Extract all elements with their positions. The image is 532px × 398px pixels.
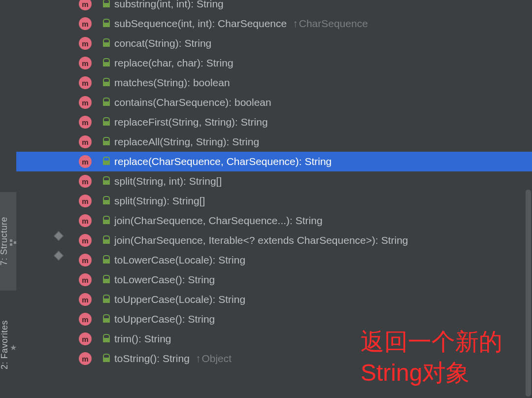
public-lock-icon	[102, 315, 110, 323]
method-signature: toLowerCase(): String	[114, 274, 215, 286]
method-row[interactable]: msplit(String): String[]	[16, 191, 532, 211]
method-row[interactable]: mtoUpperCase(Locale): String	[16, 290, 532, 309]
public-lock-icon	[102, 59, 110, 67]
public-lock-icon	[102, 335, 110, 343]
method-signature: substring(int, int): String	[114, 0, 224, 10]
method-row[interactable]: mreplaceFirst(String, String): String	[16, 112, 532, 132]
modifier-slot	[96, 273, 99, 286]
modifier-slot	[96, 332, 99, 345]
method-icon: m	[79, 254, 92, 266]
method-row[interactable]: mtoLowerCase(): String	[16, 270, 532, 290]
method-icon: m	[79, 313, 92, 326]
method-row[interactable]: msplit(String, int): String[]	[16, 171, 532, 191]
public-lock-icon	[102, 99, 110, 106]
public-lock-icon	[102, 236, 110, 244]
svg-rect-0	[10, 239, 12, 242]
annotation-line: String对象	[361, 358, 502, 388]
method-row[interactable]: mtoLowerCase(Locale): String	[16, 250, 532, 270]
method-icon: m	[79, 352, 92, 365]
method-signature: join(CharSequence, CharSequence...): Str…	[114, 215, 323, 227]
method-icon: m	[79, 332, 92, 345]
public-lock-icon	[102, 158, 110, 166]
public-lock-icon	[102, 197, 110, 205]
method-icon: m	[79, 96, 92, 109]
modifier-slot	[96, 76, 99, 89]
modifier-slot	[96, 293, 99, 306]
method-signature: join(CharSequence, Iterable<? extends Ch…	[114, 234, 408, 246]
modifier-slot	[96, 17, 99, 30]
modifier-slot	[96, 57, 99, 69]
modifier-slot	[96, 175, 99, 188]
annotation-line: 返回一个新的	[361, 327, 502, 357]
method-row[interactable]: mmatches(String): boolean	[16, 73, 532, 93]
modifier-slot	[96, 254, 99, 266]
app-root: 7: Structure 2: Favorites ★ msubstring(i…	[0, 0, 532, 398]
method-row[interactable]: mcontains(CharSequence): boolean	[16, 93, 532, 112]
modifier-slot	[96, 214, 99, 227]
method-row[interactable]: msubSequence(int, int): CharSequenceChar…	[16, 14, 532, 33]
public-lock-icon	[102, 355, 110, 363]
public-lock-icon	[102, 177, 110, 185]
public-lock-icon	[102, 118, 110, 126]
method-icon: m	[79, 17, 92, 30]
favorites-tool-button[interactable]: 2: Favorites ★	[0, 296, 16, 394]
modifier-slot	[96, 135, 99, 148]
scrollbar-thumb[interactable]	[526, 190, 531, 397]
method-row[interactable]: mreplace(char, char): String	[16, 53, 532, 73]
method-icon: m	[79, 76, 92, 89]
method-row[interactable]: mjoin(CharSequence, Iterable<? extends C…	[16, 231, 532, 250]
modifier-slot	[96, 37, 99, 50]
method-icon: m	[79, 155, 92, 168]
modifier-slot	[96, 96, 99, 109]
modifier-slot	[96, 116, 99, 129]
method-icon: m	[79, 0, 92, 10]
method-row[interactable]: msubstring(int, int): String	[16, 0, 532, 14]
inherited-from: CharSequence	[293, 18, 368, 30]
public-lock-icon	[102, 256, 110, 264]
modifier-slot	[96, 313, 99, 326]
public-lock-icon	[102, 79, 110, 87]
tool-window-strip: 7: Structure 2: Favorites ★	[0, 0, 16, 398]
public-lock-icon	[102, 276, 110, 284]
method-row[interactable]: mreplaceAll(String, String): String	[16, 132, 532, 152]
method-signature: toString(): String	[114, 353, 190, 365]
method-signature: trim(): String	[114, 333, 171, 345]
modifier-slot	[96, 352, 99, 365]
method-signature: toLowerCase(Locale): String	[114, 254, 245, 266]
method-icon: m	[79, 273, 92, 286]
method-list[interactable]: msubstring(int, int): StringmsubSequence…	[16, 0, 532, 368]
method-signature: toUpperCase(): String	[114, 313, 215, 325]
method-row[interactable]: mreplace(CharSequence, CharSequence): St…	[16, 152, 532, 171]
public-lock-icon	[102, 296, 110, 303]
structure-tool-button[interactable]: 7: Structure	[0, 192, 16, 291]
public-lock-icon	[102, 217, 110, 225]
public-lock-icon	[102, 39, 110, 47]
method-icon: m	[79, 293, 92, 306]
method-icon: m	[79, 175, 92, 188]
modifier-slot	[96, 155, 99, 168]
structure-label: 7: Structure	[0, 217, 9, 265]
public-lock-icon	[102, 138, 110, 146]
method-row[interactable]: mtoUpperCase(): String	[16, 309, 532, 329]
method-signature: replace(CharSequence, CharSequence): Str…	[114, 156, 332, 167]
inherited-from: Object	[196, 353, 232, 365]
method-row[interactable]: mconcat(String): String	[16, 33, 532, 53]
modifier-slot	[96, 195, 99, 207]
method-icon: m	[79, 195, 92, 207]
method-signature: replaceFirst(String, String): String	[114, 116, 268, 128]
method-signature: concat(String): String	[114, 37, 211, 49]
method-signature: matches(String): boolean	[114, 77, 230, 89]
method-icon: m	[79, 57, 92, 69]
method-icon: m	[79, 116, 92, 129]
svg-rect-1	[10, 243, 12, 246]
method-icon: m	[79, 37, 92, 50]
method-signature: subSequence(int, int): CharSequence	[114, 18, 287, 30]
method-signature: split(String, int): String[]	[114, 175, 222, 187]
method-signature: replaceAll(String, String): String	[114, 136, 259, 148]
public-lock-icon	[102, 20, 110, 28]
star-icon: ★	[10, 343, 17, 352]
method-row[interactable]: mjoin(CharSequence, CharSequence...): St…	[16, 211, 532, 231]
method-signature: toUpperCase(Locale): String	[114, 294, 245, 305]
method-icon: m	[79, 135, 92, 148]
public-lock-icon	[102, 0, 110, 8]
